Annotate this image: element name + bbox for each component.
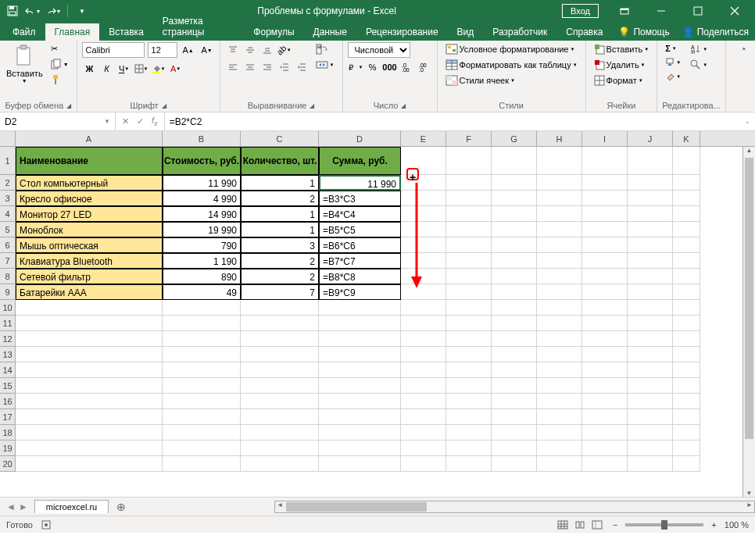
row-header-6[interactable]: 6 xyxy=(0,237,16,253)
cell-E11[interactable] xyxy=(401,316,446,331)
macro-record-button[interactable] xyxy=(41,519,52,530)
cell-C5[interactable]: 1 xyxy=(241,222,319,237)
cell-H10[interactable] xyxy=(537,300,582,316)
cell-J6[interactable] xyxy=(628,237,673,253)
column-header-I[interactable]: I xyxy=(582,131,628,146)
cell-D4[interactable]: =B4*C4 xyxy=(319,206,401,222)
cell-H2[interactable] xyxy=(537,175,582,191)
cell-H11[interactable] xyxy=(537,316,582,331)
cell-A2[interactable]: Стол компьютерный xyxy=(16,175,163,191)
cell-I16[interactable] xyxy=(582,394,628,409)
cell-D13[interactable] xyxy=(319,347,401,362)
row-header-12[interactable]: 12 xyxy=(0,331,16,347)
expand-formula-bar[interactable]: ⌄ xyxy=(740,118,755,125)
ribbon-options-button[interactable] xyxy=(607,0,642,22)
zoom-out-button[interactable]: − xyxy=(613,520,617,530)
column-header-J[interactable]: J xyxy=(628,131,673,146)
cell-C11[interactable] xyxy=(241,316,319,331)
cell-J5[interactable] xyxy=(628,222,673,237)
cell-A15[interactable] xyxy=(16,378,163,394)
increase-indent-button[interactable] xyxy=(294,59,310,75)
cell-H16[interactable] xyxy=(537,394,582,409)
row-header-1[interactable]: 1 xyxy=(0,147,16,175)
cell-H17[interactable] xyxy=(537,409,582,425)
cell-G9[interactable] xyxy=(492,284,537,300)
cell-J15[interactable] xyxy=(628,378,673,394)
cell-J2[interactable] xyxy=(628,175,673,191)
cell-A11[interactable] xyxy=(16,316,163,331)
cell-H14[interactable] xyxy=(537,362,582,378)
cell-G14[interactable] xyxy=(492,362,537,378)
cell-K13[interactable] xyxy=(673,347,700,362)
decrease-indent-button[interactable] xyxy=(277,59,292,75)
cell-E18[interactable] xyxy=(401,425,446,441)
formula-input[interactable]: =B2*C2 xyxy=(165,116,740,127)
bold-button[interactable]: Ж xyxy=(82,61,98,77)
column-header-K[interactable]: K xyxy=(673,131,700,146)
cell-A8[interactable]: Сетевой фильтр xyxy=(16,269,163,284)
cell-F10[interactable] xyxy=(446,300,492,316)
cell-G8[interactable] xyxy=(492,269,537,284)
cell-K3[interactable] xyxy=(673,191,700,206)
cell-G15[interactable] xyxy=(492,378,537,394)
cell-D7[interactable]: =B7*C7 xyxy=(319,253,401,269)
cell-D1[interactable]: Сумма, руб. xyxy=(319,147,401,175)
cell-D17[interactable] xyxy=(319,409,401,425)
cell-B17[interactable] xyxy=(163,409,241,425)
cell-J1[interactable] xyxy=(628,147,673,175)
row-header-2[interactable]: 2 xyxy=(0,175,16,191)
cell-I2[interactable] xyxy=(582,175,628,191)
cell-F15[interactable] xyxy=(446,378,492,394)
tab-insert[interactable]: Вставка xyxy=(99,23,153,41)
tell-me-button[interactable]: 💡Помощь xyxy=(612,23,675,41)
cell-K9[interactable] xyxy=(673,284,700,300)
cell-C3[interactable]: 2 xyxy=(241,191,319,206)
font-color-button[interactable]: A▼ xyxy=(168,61,184,77)
column-header-C[interactable]: C xyxy=(241,131,319,146)
cell-H13[interactable] xyxy=(537,347,582,362)
align-top-button[interactable] xyxy=(225,42,241,58)
enter-formula-button[interactable]: ✓ xyxy=(137,116,144,127)
cell-B20[interactable] xyxy=(163,456,241,472)
cell-D8[interactable]: =B8*C8 xyxy=(319,269,401,284)
cell-E10[interactable] xyxy=(401,300,446,316)
cell-C14[interactable] xyxy=(241,362,319,378)
cell-I4[interactable] xyxy=(582,206,628,222)
row-header-5[interactable]: 5 xyxy=(0,222,16,237)
cell-F1[interactable] xyxy=(446,147,492,175)
cell-C2[interactable]: 1 xyxy=(241,175,319,191)
cell-B3[interactable]: 4 990 xyxy=(163,191,241,206)
cell-K5[interactable] xyxy=(673,222,700,237)
name-box[interactable]: D2▼ xyxy=(0,112,116,130)
cell-B7[interactable]: 1 190 xyxy=(163,253,241,269)
clear-button[interactable]: ▼ xyxy=(662,70,684,83)
column-header-B[interactable]: B xyxy=(163,131,241,146)
cell-G7[interactable] xyxy=(492,253,537,269)
cell-J13[interactable] xyxy=(628,347,673,362)
cell-D20[interactable] xyxy=(319,456,401,472)
cell-K10[interactable] xyxy=(673,300,700,316)
fill-button[interactable]: ▼ xyxy=(662,56,684,69)
cell-F16[interactable] xyxy=(446,394,492,409)
horizontal-scrollbar[interactable]: ◄ ► xyxy=(274,501,755,513)
cell-A20[interactable] xyxy=(16,456,163,472)
row-header-14[interactable]: 14 xyxy=(0,362,16,378)
cell-K7[interactable] xyxy=(673,253,700,269)
cell-D19[interactable] xyxy=(319,441,401,456)
align-bottom-button[interactable] xyxy=(259,42,275,58)
row-header-18[interactable]: 18 xyxy=(0,425,16,441)
find-select-button[interactable]: ▼ xyxy=(687,58,710,72)
cell-H1[interactable] xyxy=(537,147,582,175)
cell-B13[interactable] xyxy=(163,347,241,362)
cell-A13[interactable] xyxy=(16,347,163,362)
cell-E16[interactable] xyxy=(401,394,446,409)
cell-B11[interactable] xyxy=(163,316,241,331)
tab-file[interactable]: Файл xyxy=(3,23,45,41)
vertical-scrollbar[interactable]: ▲ ▼ xyxy=(742,147,755,497)
cell-C4[interactable]: 1 xyxy=(241,206,319,222)
tab-formulas[interactable]: Формулы xyxy=(244,23,303,41)
cell-C18[interactable] xyxy=(241,425,319,441)
paste-button[interactable]: Вставить ▼ xyxy=(5,42,45,85)
cell-D5[interactable]: =B5*C5 xyxy=(319,222,401,237)
cell-D9[interactable]: =B9*C9 xyxy=(319,284,401,300)
